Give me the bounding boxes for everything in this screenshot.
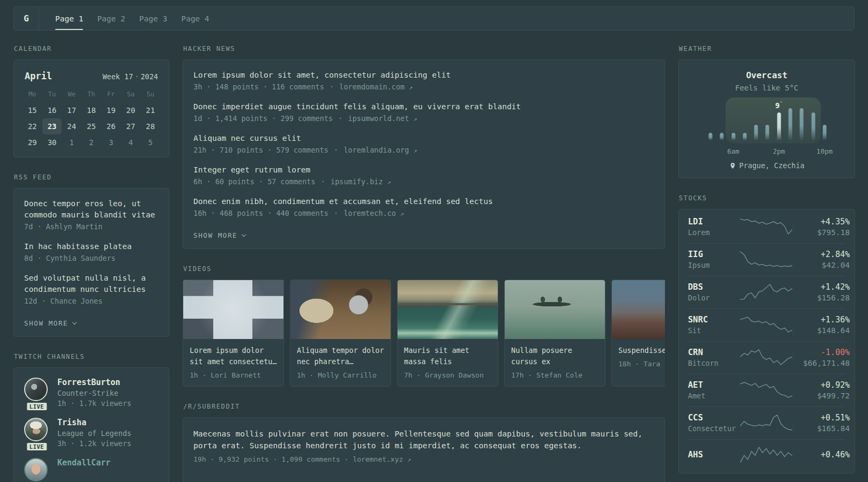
twitch-card: LIVE ForrestBurton Counter-Strike 1h · 1… [13, 367, 169, 482]
weather-bar [708, 133, 712, 140]
video-meta: 7h · Grayson Dawson [404, 371, 491, 379]
stocks-card: LDI Lorem +4.35% $795.18 IIG Ipsum +2.84… [678, 209, 855, 473]
page-tab[interactable]: Page 1 [48, 7, 90, 30]
hn-item-title[interactable]: Donec enim nibh, condimentum et accumsan… [193, 196, 654, 207]
hn-item-title[interactable]: Lorem ipsum dolor sit amet, consectetur … [193, 70, 654, 81]
channel-name: ForrestBurton [57, 378, 131, 387]
page-tabs: Page 1Page 2Page 3Page 4 [39, 7, 216, 30]
channel-category: Counter-Strike [57, 389, 131, 397]
current-temp-label: 9° [775, 101, 783, 110]
stock-values: +4.35% $795.18 [793, 217, 850, 237]
hn-item-domain[interactable]: ipsumworld.net ↗ [348, 114, 417, 123]
stock-change: +0.46% [793, 450, 850, 460]
stock-name: Consectetur [688, 424, 739, 433]
twitch-channel[interactable]: LIVE ForrestBurton Counter-Strike 1h · 1… [24, 378, 159, 408]
hn-item-domain[interactable]: loremdomain.com ↗ [339, 82, 413, 91]
show-more-button[interactable]: SHOW MORE [24, 319, 76, 327]
calendar-day: 23 [42, 118, 62, 134]
hn-item: Integer eget rutrum lorem 6h · 60 points… [193, 164, 654, 186]
meta-separator: · [338, 114, 342, 123]
video-thumbnail[interactable] [505, 280, 605, 339]
weather-bar [811, 112, 815, 140]
stock-ticker: AET [688, 380, 739, 390]
rss-item: Donec tempor eros leo, ut commodo mauris… [24, 198, 159, 231]
stock-info: CRN Bitcorn [688, 348, 739, 367]
live-badge: LIVE [26, 442, 48, 451]
hackernews-widget: HACKER NEWS Lorem ipsum dolor sit amet, … [183, 45, 665, 249]
channel-info: ForrestBurton Counter-Strike 1h · 1.7k v… [57, 378, 131, 408]
section-title: STOCKS [679, 194, 855, 202]
section-title: TWITCH CHANNELS [14, 353, 169, 360]
location-label: Prague, Czechia [739, 161, 805, 170]
chevron-down-icon [242, 232, 246, 236]
calendar-day: 28 [140, 118, 160, 134]
video-title[interactable]: Aliquam tempor dolor nec pharetra… [297, 345, 384, 367]
weather-bar [743, 133, 746, 140]
video-body: Mauris sit amet massa felis 7h · Grayson… [398, 339, 498, 386]
channel-meta: 1h · 1.7k viewers [57, 399, 131, 408]
hn-item-domain[interactable]: ipsumify.biz ↗ [331, 177, 391, 186]
subreddit-card: Maecenas mollis pulvinar erat non posuer… [183, 417, 665, 482]
stock-change: -1.00% [793, 348, 850, 357]
stock-name: Sit [688, 326, 739, 335]
video-title[interactable]: Mauris sit amet massa felis [404, 345, 491, 367]
twitch-channel[interactable]: LIVE Trisha League of Legends 3h · 1.2k … [24, 418, 159, 448]
middle-column: HACKER NEWS Lorem ipsum dolor sit amet, … [183, 45, 665, 482]
page-tab[interactable]: Page 4 [174, 7, 216, 30]
rss-item-title[interactable]: Donec tempor eros leo, ut commodo mauris… [24, 198, 159, 221]
rss-item: In hac habitasse platea 8d · Cynthia Sau… [24, 241, 159, 262]
stock-change: +0.51% [793, 413, 850, 423]
video-card: Mauris sit amet massa felis 7h · Grayson… [397, 280, 498, 387]
stock-values: -1.00% $66,171.48 [793, 348, 850, 367]
stock-ticker: SNRC [688, 315, 739, 325]
rss-item-title[interactable]: In hac habitasse platea [24, 241, 159, 252]
video-title[interactable]: Lorem ipsum dolor sit amet consectetu… [190, 345, 277, 367]
show-more-button[interactable]: SHOW MORE [193, 231, 245, 239]
avatar-wrap: LIVE [24, 418, 49, 448]
hn-item-domain[interactable]: loremtech.co ↗ [343, 209, 404, 217]
dashboard-grid: CALENDAR April Week 17·2024 MoTuWeThFrSa… [0, 31, 868, 482]
week-label: Week 17·2024 [102, 72, 158, 81]
avatar-wrap: LIVE [24, 378, 49, 408]
twitch-widget: TWITCH CHANNELS LIVE ForrestBurton Count… [13, 353, 169, 482]
stock-sparkline [739, 283, 793, 302]
weekday-header: We [62, 86, 81, 102]
channel-info: KendallCarr [57, 458, 110, 481]
weather-widget: WEATHER Overcast Feels like 5°C 9°6am2pm… [678, 45, 855, 178]
stock-sparkline [739, 446, 793, 465]
hn-item-stats: 3h · 148 points · 116 comments [193, 82, 324, 91]
stock-change: +0.92% [793, 380, 850, 390]
stock-change: +1.36% [793, 315, 850, 325]
page-tab[interactable]: Page 2 [90, 7, 132, 30]
stock-change: +4.35% [793, 217, 850, 227]
stock-ticker: CRN [688, 348, 739, 357]
calendar-day: 26 [101, 118, 121, 134]
hn-item-domain[interactable]: loremlandia.org ↗ [343, 146, 417, 154]
video-body: Nullam posuere cursus ex 17h · Stefan Co… [505, 339, 605, 386]
rss-card: Donec tempor eros leo, ut commodo mauris… [13, 188, 169, 337]
video-title[interactable]: Nullam posuere cursus ex [511, 345, 598, 367]
avatar [24, 458, 48, 481]
video-thumbnail[interactable] [612, 280, 665, 339]
hn-item-meta: 6h · 60 points · 57 comments · ipsumify.… [193, 177, 654, 186]
hn-item-title[interactable]: Donec imperdiet augue tincidunt felis al… [193, 101, 654, 112]
video-thumbnail[interactable] [290, 280, 391, 339]
rss-item-title[interactable]: Sed volutpat nulla nisl, a condimentum n… [24, 273, 159, 295]
hn-item-meta: 3h · 148 points · 116 comments · loremdo… [193, 82, 654, 91]
post-title[interactable]: Maecenas mollis pulvinar erat non posuer… [193, 428, 654, 452]
stock-info: SNRC Sit [688, 315, 739, 335]
video-thumbnail[interactable] [183, 280, 283, 339]
video-body: Aliquam tempor dolor nec pharetra… 1h · … [290, 339, 391, 386]
weather-chart: 9°6am2pm10pm [691, 96, 843, 155]
twitch-channel[interactable]: KendallCarr [24, 458, 159, 481]
hn-item-title[interactable]: Integer eget rutrum lorem [193, 164, 654, 176]
video-title[interactable]: Suspendisse diam [618, 345, 665, 356]
hn-item: Lorem ipsum dolor sit amet, consectetur … [193, 70, 654, 91]
channel-category: League of Legends [57, 429, 131, 438]
post-domain[interactable]: loremnet.xyz ↗ [353, 455, 411, 463]
app-logo[interactable]: G [14, 7, 39, 30]
hn-item-title[interactable]: Aliquam nec cursus elit [193, 133, 654, 144]
video-thumbnail[interactable] [398, 280, 498, 339]
page-tab[interactable]: Page 3 [132, 7, 174, 30]
stock-name: Dolor [688, 293, 739, 302]
